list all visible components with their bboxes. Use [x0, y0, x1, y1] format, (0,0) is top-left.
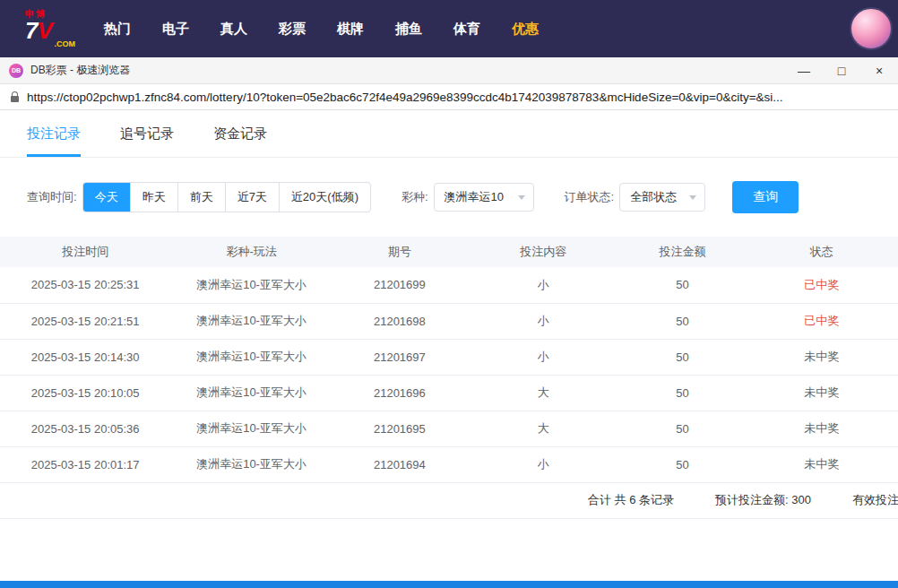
cell-content: 大: [467, 375, 619, 411]
summary-expected-amount: 预计投注金额: 300: [715, 492, 811, 508]
time-option-yesterday[interactable]: 昨天: [131, 183, 178, 212]
cell-amount: 50: [619, 267, 745, 303]
record-tabs: 投注记录 追号记录 资金记录: [0, 110, 898, 158]
cell-time: 2025-03-15 20:21:51: [0, 303, 170, 339]
nav-item-sports[interactable]: 体育: [452, 15, 482, 43]
browser-titlebar: DB DB彩票 - 极速浏览器 — □ ×: [0, 57, 898, 84]
maximize-button[interactable]: □: [823, 57, 860, 83]
lottery-select-value: 澳洲幸运10: [445, 189, 504, 205]
table-row: 2025-03-15 20:05:36澳洲幸运10-亚军大小21201695大5…: [0, 411, 898, 446]
time-filter-label: 查询时间:: [27, 189, 77, 205]
minimize-button[interactable]: —: [785, 57, 823, 83]
cell-issue: 21201698: [332, 303, 467, 339]
nav-item-hot[interactable]: 热门: [102, 15, 133, 43]
filter-bar: 查询时间: 今天 昨天 前天 近7天 近20天(低频) 彩种: 澳洲幸运10 订…: [27, 181, 898, 213]
cell-game: 澳洲幸运10-亚军大小: [170, 303, 332, 339]
cell-time: 2025-03-15 20:10:05: [0, 375, 170, 411]
lottery-select[interactable]: 澳洲幸运10: [434, 183, 534, 212]
order-status-select[interactable]: 全部状态: [619, 183, 705, 212]
cell-issue: 21201694: [332, 446, 467, 482]
cell-status: 未中奖: [746, 375, 898, 411]
url-text[interactable]: https://ctop02pchwp1.zfnc84.com/lottery/…: [27, 91, 887, 104]
cell-issue: 21201697: [332, 339, 467, 375]
cell-amount: 50: [619, 411, 745, 446]
table-summary: 合计 共 6 条记录 预计投注金额: 300 有效投注金: [0, 483, 898, 519]
time-filter-group: 今天 昨天 前天 近7天 近20天(低频): [82, 182, 371, 212]
status-filter-label: 订单状态:: [565, 189, 615, 205]
tab-bet-records[interactable]: 投注记录: [27, 125, 81, 157]
taskbar-edge: [0, 581, 898, 588]
url-bar[interactable]: https://ctop02pchwp1.zfnc84.com/lottery/…: [0, 84, 898, 110]
search-button[interactable]: 查询: [732, 181, 799, 213]
cell-content: 大: [467, 411, 619, 446]
tab-fund-records[interactable]: 资金记录: [213, 125, 267, 157]
header-issue: 期号: [332, 237, 467, 267]
cell-game: 澳洲幸运10-亚军大小: [170, 446, 332, 482]
tab-chase-records[interactable]: 追号记录: [120, 125, 174, 157]
time-option-20days[interactable]: 近20天(低频): [280, 183, 370, 212]
header-content: 投注内容: [467, 237, 619, 267]
bet-table-body: 2025-03-15 20:25:31澳洲幸运10-亚军大小21201699小5…: [0, 267, 898, 482]
nav-item-slots[interactable]: 电子: [160, 15, 191, 43]
cell-game: 澳洲幸运10-亚军大小: [170, 411, 332, 446]
cell-time: 2025-03-15 20:14:30: [0, 339, 170, 375]
cell-issue: 21201699: [332, 267, 467, 303]
cell-amount: 50: [619, 303, 745, 339]
header-amount: 投注金额: [619, 237, 745, 267]
cell-game: 澳洲幸运10-亚军大小: [170, 267, 332, 303]
top-navigation: 申博 7V .COM 热门 电子 真人 彩票 棋牌 捕鱼 体育 优惠: [0, 0, 898, 57]
header-game-play: 彩种-玩法: [170, 237, 332, 267]
table-row: 2025-03-15 20:21:51澳洲幸运10-亚军大小21201698小5…: [0, 303, 898, 339]
nav-item-fishing[interactable]: 捕鱼: [393, 15, 424, 43]
time-option-7days[interactable]: 近7天: [226, 183, 280, 212]
app-icon: DB: [9, 64, 23, 78]
cell-time: 2025-03-15 20:05:36: [0, 411, 170, 446]
table-row: 2025-03-15 20:01:17澳洲幸运10-亚军大小21201694小5…: [0, 446, 898, 482]
cell-amount: 50: [619, 446, 745, 482]
nav-item-live[interactable]: 真人: [219, 15, 249, 43]
cell-status: 未中奖: [746, 339, 898, 375]
cell-content: 小: [467, 446, 619, 482]
chevron-down-icon: [518, 195, 525, 200]
table-row: 2025-03-15 20:10:05澳洲幸运10-亚军大小21201696大5…: [0, 375, 898, 411]
bet-records-table: 投注时间 彩种-玩法 期号 投注内容 投注金额 状态 2025-03-15 20…: [0, 237, 898, 483]
cell-content: 小: [467, 303, 619, 339]
cell-content: 小: [467, 339, 619, 375]
site-logo[interactable]: 申博 7V .COM: [25, 10, 75, 48]
window-controls: — □ ×: [785, 57, 898, 83]
table-row: 2025-03-15 20:14:30澳洲幸运10-亚军大小21201697小5…: [0, 339, 898, 375]
close-button[interactable]: ×: [860, 57, 898, 83]
table-header: 投注时间 彩种-玩法 期号 投注内容 投注金额 状态: [0, 237, 898, 267]
header-status: 状态: [746, 237, 898, 267]
nav-item-promo[interactable]: 优惠: [510, 15, 540, 43]
cell-status: 已中奖: [746, 267, 898, 303]
time-option-today[interactable]: 今天: [83, 183, 131, 212]
cell-status: 已中奖: [746, 303, 898, 339]
cell-issue: 21201695: [332, 411, 467, 446]
main-menu: 热门 电子 真人 彩票 棋牌 捕鱼 体育 优惠: [102, 15, 540, 43]
logo-text-main: 7V: [25, 17, 52, 44]
cell-time: 2025-03-15 20:25:31: [0, 267, 170, 303]
cell-amount: 50: [619, 375, 745, 411]
user-avatar[interactable]: [850, 7, 893, 50]
time-option-day-before[interactable]: 前天: [178, 183, 226, 212]
cell-status: 未中奖: [746, 446, 898, 482]
cell-amount: 50: [619, 339, 745, 375]
table-row: 2025-03-15 20:25:31澳洲幸运10-亚军大小21201699小5…: [0, 267, 898, 303]
cell-status: 未中奖: [746, 411, 898, 446]
summary-valid-amount: 有效投注金: [852, 492, 898, 508]
nav-item-chess[interactable]: 棋牌: [335, 15, 366, 43]
nav-item-lottery[interactable]: 彩票: [277, 15, 307, 43]
cell-game: 澳洲幸运10-亚军大小: [170, 375, 332, 411]
lock-icon: [11, 96, 19, 102]
chevron-down-icon: [689, 195, 696, 200]
summary-total: 合计 共 6 条记录: [588, 492, 674, 508]
cell-content: 小: [467, 267, 619, 303]
cell-time: 2025-03-15 20:01:17: [0, 446, 170, 482]
cell-issue: 21201696: [332, 375, 467, 411]
cell-game: 澳洲幸运10-亚军大小: [170, 339, 332, 375]
header-bet-time: 投注时间: [0, 237, 170, 267]
order-status-value: 全部状态: [630, 189, 677, 205]
lottery-filter-label: 彩种:: [402, 189, 428, 205]
window-title: DB彩票 - 极速浏览器: [30, 63, 130, 78]
